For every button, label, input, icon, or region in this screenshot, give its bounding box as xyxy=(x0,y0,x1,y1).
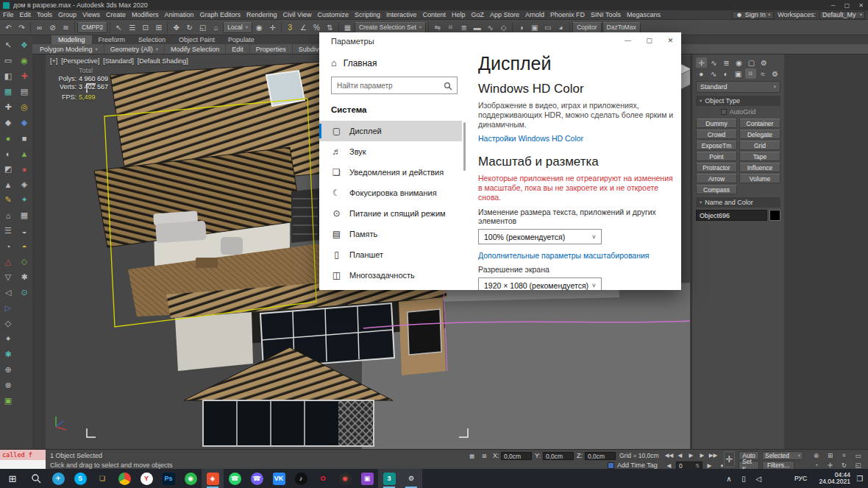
ribbon-panel-edit[interactable]: Edit xyxy=(226,44,250,54)
create-exposetm-button[interactable]: ExposeTm xyxy=(696,141,737,150)
create-point-button[interactable]: Point xyxy=(696,152,737,161)
left-toolbar-icon[interactable]: ✚ xyxy=(18,68,31,84)
create-arrow-button[interactable]: Arrow xyxy=(696,174,737,183)
notifications-icon[interactable]: ❒ xyxy=(853,469,867,488)
create-grid-button[interactable]: Grid xyxy=(739,141,780,150)
lights-category-icon[interactable]: ◐ xyxy=(720,68,731,79)
ribbon-tab-modeling[interactable]: Modeling xyxy=(51,35,92,44)
zoom-region-icon[interactable]: ▭ xyxy=(851,451,865,459)
left-toolbar-icon[interactable]: ❖ xyxy=(18,38,31,53)
menu-item-animation[interactable]: Animation xyxy=(161,10,196,19)
selected-key-set-dropdown[interactable]: Selected ▾ xyxy=(762,451,803,460)
volume-icon[interactable]: ◁ xyxy=(752,469,765,488)
left-toolbar-icon[interactable]: ◁ xyxy=(1,285,15,300)
reference-coordinate-system[interactable]: Local▾ xyxy=(223,22,252,33)
settings-search-input[interactable] xyxy=(332,77,457,93)
close-button[interactable]: ✕ xyxy=(854,2,868,9)
field-of-view-icon[interactable]: ◔ xyxy=(809,461,823,469)
battery-icon[interactable]: ▯ xyxy=(737,469,750,488)
left-toolbar-icon[interactable]: ◩ xyxy=(1,161,15,177)
settings-nav-уведомления-и-действия[interactable]: ❑Уведомления и действия xyxy=(319,162,462,183)
menu-item-goz[interactable]: GoZ xyxy=(469,10,488,19)
window-crossing-icon[interactable]: ⊞ xyxy=(152,21,165,34)
snaps-toggle-icon[interactable]: 3 xyxy=(284,21,296,34)
left-toolbar-icon[interactable]: ◒ xyxy=(18,223,31,238)
systems-category-icon[interactable]: ⚙ xyxy=(769,68,780,79)
rendered-frame-icon[interactable]: ▭ xyxy=(541,21,554,34)
menu-item-file[interactable]: File xyxy=(0,10,17,19)
opera-icon[interactable]: O xyxy=(312,469,334,488)
menu-item-scripting[interactable]: Scripting xyxy=(352,10,383,19)
left-toolbar-icon[interactable]: ◐ xyxy=(1,146,15,161)
redo-icon[interactable]: ↷ xyxy=(15,21,28,34)
menu-item-rendering[interactable]: Rendering xyxy=(243,10,280,19)
create-protractor-button[interactable]: Protractor xyxy=(696,163,737,172)
select-and-move-icon[interactable]: ✥ xyxy=(170,21,182,34)
left-toolbar-icon[interactable]: ◔ xyxy=(1,238,15,254)
object-name-field[interactable]: Object696 xyxy=(696,210,767,221)
select-and-link-icon[interactable]: ∞ xyxy=(33,21,46,34)
left-toolbar-icon[interactable]: ✱ xyxy=(1,347,15,362)
left-toolbar-icon[interactable]: ⊗ xyxy=(1,378,15,393)
left-toolbar-icon[interactable]: ◎ xyxy=(18,99,31,115)
left-toolbar-icon[interactable]: ● xyxy=(18,161,31,177)
spinner-snap-icon[interactable]: ⇅ xyxy=(324,21,336,34)
maximize-button[interactable]: ▢ xyxy=(840,2,854,9)
menu-item-phoenix-fd[interactable]: Phoenix FD xyxy=(547,10,588,19)
percent-snap-icon[interactable]: % xyxy=(310,21,323,34)
settings-maximize-button[interactable]: ▢ xyxy=(638,32,660,49)
selection-lock-icon[interactable]: ⊠ xyxy=(479,452,490,460)
left-toolbar-icon[interactable]: ◉ xyxy=(18,53,31,68)
left-toolbar-icon[interactable]: ✚ xyxy=(1,99,15,115)
ribbon-tab-selection[interactable]: Selection xyxy=(132,35,172,44)
previous-frame-icon[interactable]: ◀ xyxy=(675,451,686,459)
settings-nav-фокусировка-внимания[interactable]: ☾Фокусировка внимания xyxy=(319,183,462,203)
scale-dropdown[interactable]: 100% (рекомендуется) ˅ xyxy=(478,229,602,244)
language-indicator[interactable]: РУС xyxy=(794,469,807,488)
menu-item-tools[interactable]: Tools xyxy=(34,10,55,19)
utilities-tab-icon[interactable]: ⚙ xyxy=(758,57,769,68)
left-toolbar-icon[interactable]: ◇ xyxy=(1,316,15,331)
menu-item-sini-tools[interactable]: SINI Tools xyxy=(588,10,624,19)
menu-item-app-store[interactable]: App Store xyxy=(487,10,522,19)
left-toolbar-icon[interactable]: ■ xyxy=(18,130,31,146)
browser-icon[interactable] xyxy=(113,469,135,488)
taskbar-search-button[interactable] xyxy=(25,469,47,488)
minimize-button[interactable]: ─ xyxy=(826,2,840,9)
menu-item-arnold[interactable]: Arnold xyxy=(522,10,547,19)
settings-nav-дисплей[interactable]: ▢Дисплей xyxy=(319,121,462,141)
telegram-icon[interactable]: ✈ xyxy=(47,469,69,488)
workspace-dropdown[interactable]: Default_My ▾ xyxy=(819,11,865,19)
vk-icon[interactable]: VK xyxy=(268,469,290,488)
left-toolbar-icon[interactable]: ↖ xyxy=(1,38,15,53)
left-toolbar-icon[interactable]: ✱ xyxy=(18,269,31,285)
ribbon-tab-freeform[interactable]: Freeform xyxy=(92,35,132,44)
viewport-menu-general[interactable]: [+] xyxy=(50,57,57,65)
viewport-menu-pov[interactable]: [Perspective] xyxy=(61,57,99,65)
ribbon-panel-polygon-modeling[interactable]: Polygon Modeling▾ xyxy=(34,44,104,54)
autogrid-checkbox[interactable]: AutoGrid xyxy=(696,108,780,116)
left-toolbar-icon[interactable]: ● xyxy=(1,130,15,146)
copitor-button[interactable]: Copitor xyxy=(572,22,601,33)
ribbon-tab-object-paint[interactable]: Object Paint xyxy=(172,35,221,44)
helper-category-dropdown[interactable]: Standard ▾ xyxy=(696,81,780,93)
ribbon-tab-populate[interactable]: Populate xyxy=(221,35,261,44)
left-toolbar-icon[interactable]: ⌂ xyxy=(1,208,15,223)
motion-tab-icon[interactable]: ◉ xyxy=(733,57,744,68)
next-frame-icon[interactable]: ▶ xyxy=(697,451,708,459)
sidebar-scrollbar[interactable] xyxy=(463,122,466,171)
pan-view-icon[interactable]: ✛ xyxy=(823,461,837,469)
music-app-icon[interactable]: ♪ xyxy=(290,469,312,488)
settings-nav-звук[interactable]: ♬Звук xyxy=(319,141,462,162)
helpers-category-icon[interactable]: ⌗ xyxy=(745,68,756,79)
ribbon-panel-modify-selection[interactable]: Modify Selection xyxy=(165,44,226,54)
create-crowd-button[interactable]: Crowd xyxy=(696,130,737,139)
menu-item-megascans[interactable]: Megascans xyxy=(624,10,664,19)
resolution-dropdown[interactable]: 1920 × 1080 (рекомендуется) ˅ xyxy=(478,277,602,290)
left-toolbar-icon[interactable]: ⊙ xyxy=(18,285,31,300)
windows-settings-icon[interactable]: ⚙ xyxy=(400,469,422,488)
left-toolbar-icon[interactable]: ▣ xyxy=(1,393,15,409)
left-toolbar-icon[interactable]: ▤ xyxy=(18,84,31,99)
orange-app-icon[interactable]: ◈ xyxy=(202,469,224,488)
ribbon-panel-properties[interactable]: Properties xyxy=(250,44,293,54)
